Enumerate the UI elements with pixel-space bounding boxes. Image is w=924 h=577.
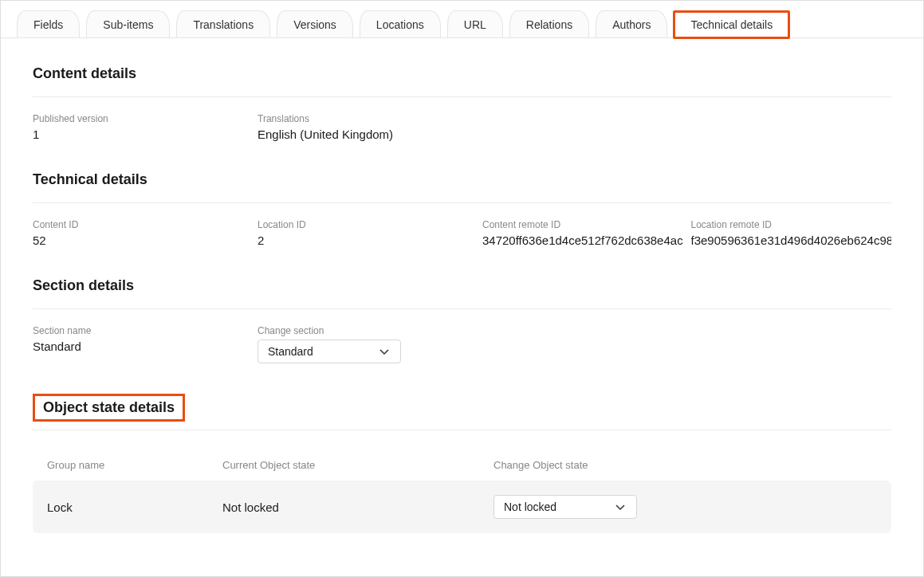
published-version-field: Published version 1 bbox=[33, 113, 250, 141]
tab-label: Technical details bbox=[690, 18, 773, 31]
change-object-state-select[interactable]: Not locked bbox=[493, 495, 637, 519]
table-header-row: Group name Current Object state Change O… bbox=[33, 446, 891, 481]
cell-current-state: Not locked bbox=[222, 500, 493, 514]
translations-field: Translations English (United Kingdom) bbox=[258, 113, 891, 141]
tab-fields[interactable]: Fields bbox=[17, 10, 80, 37]
field-label: Published version bbox=[33, 113, 250, 124]
divider bbox=[33, 96, 891, 97]
cell-change-state: Not locked bbox=[493, 495, 877, 519]
content-remote-id-field: Content remote ID 34720ff636e1d4ce512f76… bbox=[482, 219, 683, 247]
tab-url[interactable]: URL bbox=[447, 10, 503, 37]
tab-label: Authors bbox=[612, 18, 651, 31]
change-section-select[interactable]: Standard bbox=[258, 340, 401, 363]
select-value: Not locked bbox=[504, 500, 556, 513]
location-id-field: Location ID 2 bbox=[258, 219, 474, 247]
tab-locations[interactable]: Locations bbox=[360, 10, 441, 37]
tab-translations[interactable]: Translations bbox=[176, 10, 270, 37]
tab-sub-items[interactable]: Sub-items bbox=[86, 10, 170, 37]
tab-label: URL bbox=[464, 18, 486, 31]
tab-versions[interactable]: Versions bbox=[277, 10, 353, 37]
column-header-current-state: Current Object state bbox=[222, 459, 493, 471]
tab-label: Relations bbox=[526, 18, 572, 31]
field-label: Location ID bbox=[258, 219, 474, 230]
field-label: Change section bbox=[258, 325, 891, 336]
tab-label: Locations bbox=[376, 18, 424, 31]
tab-relations[interactable]: Relations bbox=[509, 10, 589, 37]
select-value: Standard bbox=[268, 345, 313, 358]
divider bbox=[33, 430, 891, 430]
cell-group-name: Lock bbox=[47, 500, 222, 514]
column-header-change-state: Change Object state bbox=[493, 459, 877, 471]
field-value: 52 bbox=[33, 234, 250, 247]
divider bbox=[33, 202, 891, 203]
field-value: Standard bbox=[33, 340, 250, 353]
chevron-down-icon bbox=[378, 345, 391, 358]
location-remote-id-field: Location remote ID f3e90596361e31d496d40… bbox=[691, 219, 892, 247]
tab-authors[interactable]: Authors bbox=[596, 10, 667, 37]
content-area: Content details Published version 1 Tran… bbox=[1, 38, 923, 549]
tab-label: Fields bbox=[33, 18, 63, 31]
divider bbox=[33, 308, 891, 309]
column-header-group-name: Group name bbox=[47, 459, 222, 471]
tab-label: Sub-items bbox=[103, 18, 153, 31]
field-label: Section name bbox=[33, 325, 250, 336]
tab-technical-details[interactable]: Technical details bbox=[674, 11, 789, 38]
field-value: f3e90596361e31d496d4026eb624c983 bbox=[691, 234, 892, 247]
object-state-table: Group name Current Object state Change O… bbox=[33, 446, 891, 533]
section-details-heading: Section details bbox=[33, 277, 891, 294]
table-row: Lock Not locked Not locked bbox=[33, 481, 891, 533]
field-value: English (United Kingdom) bbox=[258, 128, 891, 141]
technical-details-heading: Technical details bbox=[33, 171, 891, 188]
tab-label: Translations bbox=[193, 18, 254, 31]
tab-label: Versions bbox=[293, 18, 336, 31]
content-id-field: Content ID 52 bbox=[33, 219, 250, 247]
field-label: Translations bbox=[258, 113, 891, 124]
field-label: Content ID bbox=[33, 219, 250, 230]
field-value: 34720ff636e1d4ce512f762dc638e4ac bbox=[482, 234, 683, 247]
field-label: Content remote ID bbox=[482, 219, 683, 230]
object-state-details-highlight: Object state details bbox=[33, 394, 185, 422]
tab-bar: Fields Sub-items Translations Versions L… bbox=[1, 1, 923, 38]
chevron-down-icon bbox=[614, 500, 627, 513]
field-label: Location remote ID bbox=[691, 219, 892, 230]
field-value: 2 bbox=[258, 234, 474, 247]
change-section-field: Change section Standard bbox=[258, 325, 891, 363]
content-details-heading: Content details bbox=[33, 65, 891, 82]
object-state-details-heading: Object state details bbox=[43, 399, 175, 416]
section-name-field: Section name Standard bbox=[33, 325, 250, 363]
field-value: 1 bbox=[33, 128, 250, 141]
